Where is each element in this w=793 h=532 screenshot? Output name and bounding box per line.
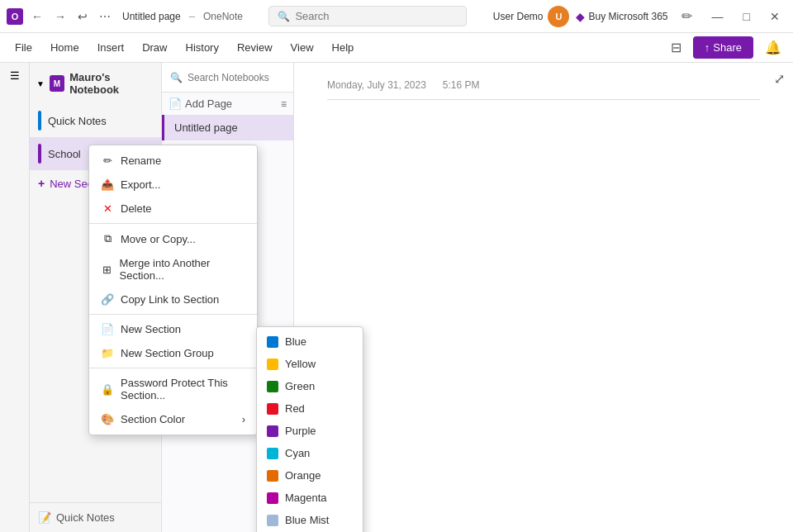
add-page-icon: 📄 [169, 97, 182, 110]
share-button[interactable]: ↑ Share [693, 36, 753, 59]
share-icon: ↑ [705, 41, 710, 54]
expand-ribbon-button[interactable]: ⊟ [666, 36, 686, 59]
color-item-cyan[interactable]: Cyan [257, 442, 363, 464]
onenote-logo: O [7, 8, 23, 25]
menu-home[interactable]: Home [42, 36, 88, 59]
more-actions-button[interactable]: ⋯ [96, 8, 114, 25]
ctx-new-section[interactable]: 📄 New Section [89, 317, 257, 341]
color-label-orange: Orange [285, 469, 321, 482]
ctx-export[interactable]: 📤 Export... [89, 173, 257, 197]
color-item-yellow[interactable]: Yellow [257, 353, 363, 375]
date-time-bar: Monday, July 31, 2023 5:16 PM [327, 79, 760, 100]
back-button[interactable]: ← [28, 8, 46, 25]
color-item-green[interactable]: Green [257, 375, 363, 397]
color-swatch-red [267, 403, 278, 415]
menu-help[interactable]: Help [324, 36, 363, 59]
color-item-blue[interactable]: Blue [257, 330, 363, 353]
ctx-merge[interactable]: ⊞ Merge into Another Section... [89, 251, 257, 287]
title-bar: O ← → ↩ ⋯ Untitled page – OneNote 🔍 User… [0, 0, 793, 33]
add-page-button[interactable]: 📄 Add Page [169, 97, 232, 110]
color-label-yellow: Yellow [285, 358, 316, 370]
color-swatch-yellow [267, 359, 278, 370]
ctx-rename[interactable]: ✏ Rename [89, 149, 257, 173]
new-section-group-icon: 📁 [101, 347, 114, 359]
rename-icon: ✏ [101, 154, 114, 167]
color-swatch-blue-mist [267, 515, 278, 526]
ctx-move-copy[interactable]: ⧉ Move or Copy... [89, 226, 257, 251]
color-label-red: Red [285, 402, 305, 415]
user-info: User Demo U [493, 6, 570, 27]
fullscreen-button[interactable]: ⤢ [774, 71, 785, 87]
new-section-icon: 📄 [101, 323, 114, 335]
date-display: Monday, July 31, 2023 [327, 79, 426, 91]
color-item-red[interactable]: Red [257, 397, 363, 420]
sort-pages-button[interactable]: ≡ [281, 98, 287, 110]
sidebar-item-quick-notes[interactable]: Quick Notes [30, 104, 161, 137]
close-button[interactable]: ✕ [763, 7, 786, 26]
notebook-header[interactable]: ▼ M Mauro's Notebook [30, 63, 161, 104]
ctx-divider-3 [89, 368, 257, 368]
color-label-cyan: Cyan [285, 447, 310, 459]
ctx-copy-link-label: Copy Link to Section [121, 293, 219, 306]
activity-feed-button[interactable]: 🔔 [760, 36, 786, 59]
color-item-blue-mist[interactable]: Blue Mist [257, 509, 363, 531]
pen-button[interactable]: ✏ [675, 5, 699, 27]
sidebar-footer[interactable]: 📝 Quick Notes [30, 502, 161, 532]
color-label-green: Green [285, 380, 315, 392]
ctx-divider-2 [89, 314, 257, 315]
color-swatch-magenta [267, 492, 278, 504]
ctx-copy-link[interactable]: 🔗 Copy Link to Section [89, 287, 257, 311]
ctx-password[interactable]: 🔒 Password Protect This Section... [89, 371, 257, 407]
search-input[interactable] [295, 10, 458, 22]
page-title: Untitled page [122, 11, 181, 22]
ctx-delete[interactable]: ✕ Delete [89, 197, 257, 221]
menu-draw[interactable]: Draw [134, 36, 175, 59]
sidebar-toggle[interactable]: ☰ [0, 63, 30, 532]
menu-file[interactable]: File [7, 36, 40, 59]
ctx-export-label: Export... [121, 178, 160, 191]
color-item-purple[interactable]: Purple [257, 420, 363, 442]
ctx-delete-label: Delete [121, 202, 152, 215]
export-icon: 📤 [101, 178, 114, 191]
menu-history[interactable]: History [178, 36, 227, 59]
color-item-orange[interactable]: Orange [257, 464, 363, 487]
ctx-section-color-label: Section Color [121, 413, 185, 425]
section-dot-blue [38, 111, 41, 131]
title-separator: – [189, 10, 195, 22]
footer-label: Quick Notes [56, 511, 115, 524]
restore-button[interactable]: □ [737, 7, 757, 26]
ctx-password-label: Password Protect This Section... [121, 377, 245, 401]
hamburger-icon: ☰ [10, 69, 20, 82]
user-avatar[interactable]: U [548, 6, 569, 27]
menu-bar: File Home Insert Draw History Review Vie… [0, 33, 793, 63]
color-item-magenta[interactable]: Magenta [257, 487, 363, 509]
menu-review[interactable]: Review [229, 36, 281, 59]
menu-view[interactable]: View [283, 36, 322, 59]
undo-button[interactable]: ↩ [74, 8, 91, 25]
ctx-new-section-group[interactable]: 📁 New Section Group [89, 341, 257, 365]
add-page-label: Add Page [185, 97, 232, 110]
move-copy-icon: ⧉ [101, 232, 114, 245]
color-label-magenta: Magenta [285, 492, 327, 504]
notebook-search-input[interactable] [188, 72, 311, 83]
menu-insert[interactable]: Insert [89, 36, 133, 59]
ms365-label: Buy Microsoft 365 [588, 11, 667, 22]
forward-button[interactable]: → [51, 8, 69, 25]
color-label-blue: Blue [285, 335, 306, 348]
ctx-section-color[interactable]: 🎨 Section Color › [89, 407, 257, 431]
merge-icon: ⊞ [101, 264, 113, 276]
ctx-rename-label: Rename [121, 154, 161, 167]
user-name: User Demo [493, 11, 544, 22]
section-color-icon: 🎨 [101, 413, 114, 425]
search-wrapper: 🔍 [268, 6, 467, 26]
color-swatch-green [267, 381, 278, 392]
sidebar-label-quick-notes: Quick Notes [48, 115, 107, 127]
main-content: ⤢ Monday, July 31, 2023 5:16 PM [294, 63, 793, 532]
color-swatch-orange [267, 470, 278, 482]
page-item-untitled[interactable]: Untitled page [162, 115, 293, 140]
ms365-button[interactable]: ◆ Buy Microsoft 365 [576, 10, 667, 23]
ctx-merge-label: Merge into Another Section... [120, 257, 245, 282]
minimize-button[interactable]: — [705, 7, 730, 26]
notebook-icon: M [50, 75, 64, 92]
color-swatch-purple [267, 425, 278, 437]
